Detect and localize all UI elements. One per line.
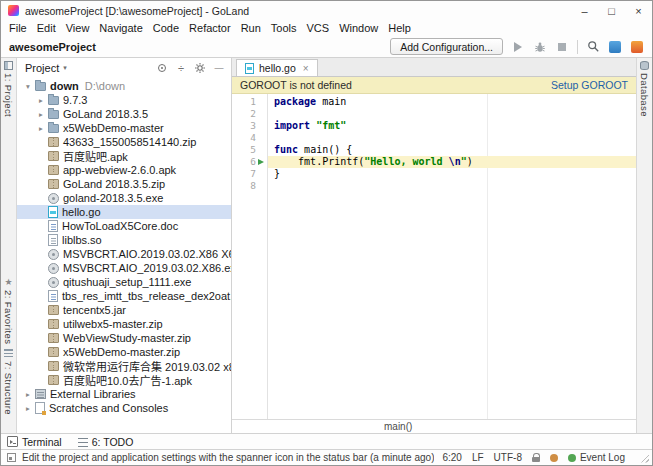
tree-item-howtoloadx5core-doc[interactable]: HowToLoadX5Core.doc <box>17 219 231 233</box>
menu-item-refactor[interactable]: Refactor <box>184 22 236 34</box>
tree-item-utilwebx5-master-zip[interactable]: utilwebx5-master.zip <box>17 317 231 331</box>
line-number[interactable]: 2 <box>232 108 256 120</box>
tool-stripe-button-2-favorites[interactable]: 2: Favorites <box>1 278 16 344</box>
tree-item-webviewstudy-master-zip[interactable]: WebViewStudy-master.zip <box>17 331 231 345</box>
go-file-icon <box>245 63 254 74</box>
code-line-3[interactable]: import "fmt" <box>268 120 636 132</box>
tool-stripe-button-database[interactable]: Database <box>637 61 652 117</box>
line-number[interactable]: 4 <box>232 132 256 144</box>
tool-stripe-button-7-structure[interactable]: 7: Structure <box>1 349 16 415</box>
tree-item-goland-2018-3-5[interactable]: ▸GoLand 2018.3.5 <box>17 107 231 121</box>
tree-item-msvbcrt-aio-2019-03-02-x86-exe[interactable]: MSVBCRT.AIO_2019.03.02.X86.exe <box>17 261 231 275</box>
editor-tab-hello-go[interactable]: hello.go × <box>236 59 318 76</box>
code-line-2[interactable] <box>268 108 636 120</box>
readonly-lock-icon[interactable] <box>532 453 540 463</box>
collapse-all-icon[interactable] <box>175 62 187 74</box>
minimize-button[interactable]: – <box>571 1 598 20</box>
menu-item-navigate[interactable]: Navigate <box>94 22 147 34</box>
highlighting-level-icon[interactable] <box>550 454 558 462</box>
tree-item-label: 9.7.3 <box>63 94 87 106</box>
tree-item-label: goland-2018.3.5.exe <box>63 192 163 204</box>
chevron-right-icon[interactable]: ▸ <box>23 390 33 399</box>
project-panel-header: Project <box>17 58 231 77</box>
encoding-widget[interactable]: UTF-8 <box>494 452 522 463</box>
search-everywhere-icon[interactable] <box>586 40 600 54</box>
navigation-bar-project[interactable]: awesomeProject <box>9 41 96 53</box>
breadcrumb-main[interactable]: main() <box>384 421 412 432</box>
menu-item-vcs[interactable]: VCS <box>302 22 335 34</box>
toolwindow-button-label: 6: TODO <box>92 436 134 448</box>
tree-item-external-libraries[interactable]: ▸External Libraries <box>17 387 231 401</box>
tree-item-x5webdemo-master-zip[interactable]: x5WebDemo-master.zip <box>17 345 231 359</box>
maximize-button[interactable]: □ <box>598 1 625 20</box>
line-number[interactable]: 8 <box>232 180 256 192</box>
chevron-right-icon[interactable]: ▸ <box>36 124 46 133</box>
menu-item-file[interactable]: File <box>4 22 32 34</box>
tree-item-43633-1550058514140-zip[interactable]: 43633_1550058514140.zip <box>17 135 231 149</box>
resize-grip[interactable] <box>639 453 649 463</box>
close-button[interactable]: × <box>625 1 652 20</box>
tree-item-qitushuaji-setup-1111-exe[interactable]: qitushuaji_setup_1111.exe <box>17 275 231 289</box>
setup-goroot-link[interactable]: Setup GOROOT <box>551 79 628 91</box>
hide-panel-icon[interactable] <box>213 62 225 74</box>
code-line-1[interactable]: package main <box>268 96 636 108</box>
tree-item-app-webview-2-6-0-apk[interactable]: app-webview-2.6.0.apk <box>17 163 231 177</box>
tree-item-tbs-res-imtt-tbs-release-dex2oat-doc[interactable]: tbs_res_imtt_tbs_release_dex2oat.doc <box>17 289 231 303</box>
settings-gear-icon[interactable] <box>194 62 206 74</box>
cursor-position-widget[interactable]: 6:20 <box>442 452 461 463</box>
tree-item-2019-03-02-x86x64-zip[interactable]: 微软常用运行库合集 2019.03.02 x86x64.zip <box>17 359 231 373</box>
close-tab-icon[interactable]: × <box>303 63 309 74</box>
locate-file-icon[interactable] <box>156 62 168 74</box>
menu-item-run[interactable]: Run <box>236 22 266 34</box>
plugin-blue-icon[interactable] <box>608 40 622 54</box>
tree-item-scratches-and-consoles[interactable]: ▸Scratches and Consoles <box>17 401 231 415</box>
tree-item-goland-2018-3-5-zip[interactable]: GoLand 2018.3.5.zip <box>17 177 231 191</box>
line-number[interactable]: 6 <box>232 156 256 168</box>
breadcrumbs-bar: main() <box>232 419 636 433</box>
debug-icon[interactable] <box>533 40 547 54</box>
tree-item-apk[interactable]: 百度贴吧.apk <box>17 149 231 163</box>
code-line-5[interactable]: func main() { <box>268 144 636 156</box>
tree-item-tencentx5-jar[interactable]: tencentx5.jar <box>17 303 231 317</box>
chevron-right-icon[interactable]: ▸ <box>36 110 46 119</box>
stop-icon[interactable] <box>555 40 569 54</box>
tool-stripe-button-1-project[interactable]: 1: Project <box>1 61 16 117</box>
menu-item-code[interactable]: Code <box>148 22 184 34</box>
archive-icon <box>48 179 59 189</box>
code-line-8[interactable] <box>268 180 636 192</box>
line-number[interactable]: 3 <box>232 120 256 132</box>
line-separator-widget[interactable]: LF <box>472 452 484 463</box>
toolwindow-button-6-todo[interactable]: 6: TODO <box>78 436 134 448</box>
menu-item-tools[interactable]: Tools <box>266 22 302 34</box>
code-line-6[interactable]: fmt.Printf("Hello, world \n") <box>268 156 636 168</box>
menu-item-view[interactable]: View <box>61 22 95 34</box>
menu-item-help[interactable]: Help <box>383 22 416 34</box>
tree-item-down[interactable]: ▾downD:\down <box>17 79 231 93</box>
tree-item-goland-2018-3-5-exe[interactable]: goland-2018.3.5.exe <box>17 191 231 205</box>
run-main-icon[interactable] <box>256 156 267 168</box>
chevron-right-icon[interactable]: ▸ <box>23 404 33 413</box>
chevron-right-icon[interactable]: ▸ <box>36 96 46 105</box>
chevron-down-icon[interactable]: ▾ <box>23 82 33 91</box>
line-number[interactable]: 5 <box>232 144 256 156</box>
tree-item-10-0-1-apk[interactable]: 百度贴吧10.0去广告-1.apk <box>17 373 231 387</box>
run-icon[interactable] <box>511 40 525 54</box>
code-line-7[interactable]: } <box>268 168 636 180</box>
toolwindow-button-terminal[interactable]: Terminal <box>7 436 62 448</box>
code-area[interactable]: package mainimport "fmt"func main() { fm… <box>268 94 636 419</box>
tree-item-x5webdemo-master[interactable]: ▸x5WebDemo-master <box>17 121 231 135</box>
tree-item-liblbs-so[interactable]: liblbs.so <box>17 233 231 247</box>
add-configuration-button[interactable]: Add Configuration... <box>390 38 503 55</box>
plugin-red-icon[interactable] <box>630 40 644 54</box>
menu-item-edit[interactable]: Edit <box>32 22 61 34</box>
line-number[interactable]: 1 <box>232 96 256 108</box>
menu-item-window[interactable]: Window <box>334 22 383 34</box>
code-line-4[interactable] <box>268 132 636 144</box>
line-number[interactable]: 7 <box>232 168 256 180</box>
tree-item-hello-go[interactable]: hello.go <box>17 205 231 219</box>
project-view-selector[interactable]: Project <box>25 62 59 74</box>
event-log-widget[interactable]: Event Log <box>568 452 625 463</box>
tree-item-msvbcrt-aio-2019-03-02-x86-x64-exe[interactable]: MSVBCRT.AIO.2019.03.02.X86 X64.exe <box>17 247 231 261</box>
toolwindow-switcher-icon[interactable] <box>7 453 16 462</box>
tree-item-9-7-3[interactable]: ▸9.7.3 <box>17 93 231 107</box>
